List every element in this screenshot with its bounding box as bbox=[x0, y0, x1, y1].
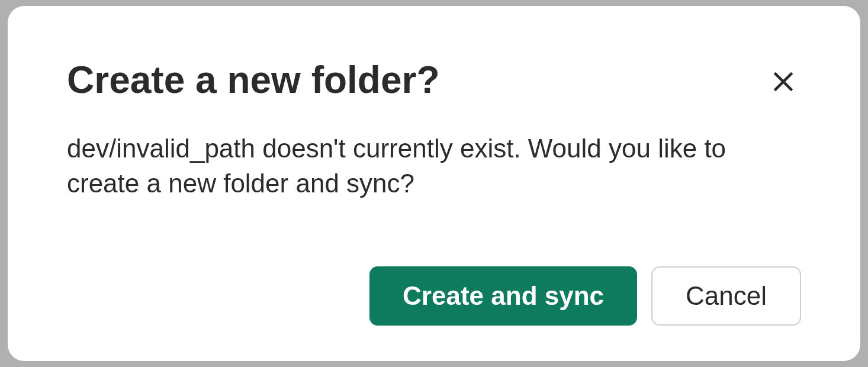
close-button[interactable] bbox=[766, 64, 801, 101]
confirm-dialog: Create a new folder? dev/invalid_path do… bbox=[8, 6, 860, 361]
dialog-title: Create a new folder? bbox=[67, 59, 440, 101]
dialog-message: dev/invalid_path doesn't currently exist… bbox=[67, 131, 801, 201]
create-and-sync-button[interactable]: Create and sync bbox=[369, 266, 637, 326]
close-icon bbox=[770, 69, 796, 96]
cancel-button[interactable]: Cancel bbox=[651, 266, 801, 326]
dialog-actions: Create and sync Cancel bbox=[67, 266, 801, 326]
dialog-header: Create a new folder? bbox=[67, 59, 801, 101]
